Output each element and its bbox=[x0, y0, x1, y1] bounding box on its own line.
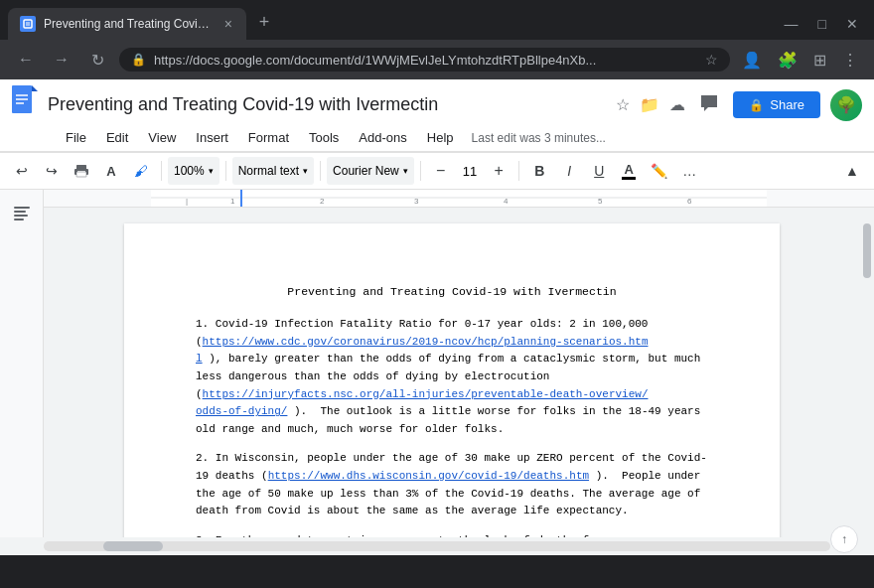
heading-text: Preventing and Treating Covid-19 with Iv… bbox=[287, 285, 616, 298]
tab-title: Preventing and Treating Covid-... bbox=[44, 17, 215, 31]
share-button[interactable]: 🔒 Share bbox=[733, 91, 820, 118]
bold-button[interactable]: B bbox=[525, 157, 553, 185]
ruler-inner: | 1 2 3 4 5 6 bbox=[151, 190, 767, 207]
link-nsc[interactable]: https://injuryfacts.nsc.org/all-injuries… bbox=[196, 388, 648, 418]
doc-controls: ↑ bbox=[830, 525, 858, 553]
tab-close-button[interactable]: × bbox=[222, 14, 234, 34]
doc-content-area: | 1 2 3 4 5 6 Preventing and Treating Co… bbox=[44, 190, 874, 537]
toolbar-divider-5 bbox=[518, 161, 519, 181]
menu-edit[interactable]: Edit bbox=[96, 126, 138, 149]
svg-text:3: 3 bbox=[414, 197, 419, 206]
format-toolbar: ↩ ↪ A 🖌 100% ▾ Normal text ▾ Courier New… bbox=[0, 152, 874, 190]
paragraph-2: 2. In Wisconsin, people under the age of… bbox=[196, 450, 708, 519]
cloud-icon[interactable]: ☁ bbox=[669, 95, 685, 114]
doc-title[interactable]: Preventing and Treating Covid-19 with Iv… bbox=[48, 94, 606, 115]
active-tab[interactable]: Preventing and Treating Covid-... × bbox=[8, 8, 246, 40]
menu-icon[interactable]: ⋮ bbox=[838, 47, 862, 74]
docs-icon bbox=[12, 85, 38, 124]
docs-app: Preventing and Treating Covid-19 with Iv… bbox=[0, 79, 874, 190]
spellcheck-label: A bbox=[106, 164, 115, 179]
svg-text:6: 6 bbox=[687, 197, 692, 206]
forward-button[interactable]: → bbox=[48, 46, 75, 74]
toolbar-divider-2 bbox=[225, 161, 226, 181]
svg-text:4: 4 bbox=[504, 197, 509, 206]
back-button[interactable]: ← bbox=[12, 46, 40, 74]
svg-marker-4 bbox=[32, 85, 38, 91]
close-window-button[interactable]: ✕ bbox=[846, 16, 858, 32]
star-icon[interactable]: ☆ bbox=[616, 95, 630, 114]
spellcheck-button[interactable]: A bbox=[97, 157, 125, 185]
toolbar-divider-1 bbox=[161, 161, 162, 181]
bottom-bar: ↑ bbox=[0, 537, 874, 555]
horizontal-scrollbar-thumb[interactable] bbox=[103, 541, 163, 551]
font-selector[interactable]: Courier New ▾ bbox=[327, 157, 414, 185]
address-bar[interactable]: 🔒 https://docs.google.com/document/d/1WW… bbox=[119, 48, 730, 72]
svg-text:2: 2 bbox=[320, 197, 325, 206]
more-options-button[interactable]: … bbox=[675, 157, 703, 185]
refresh-button[interactable]: ↻ bbox=[83, 46, 111, 74]
font-size-minus-button[interactable]: − bbox=[427, 157, 455, 185]
svg-rect-12 bbox=[76, 172, 86, 177]
lock-icon: 🔒 bbox=[131, 53, 146, 67]
svg-text:1: 1 bbox=[230, 197, 235, 206]
minimize-button[interactable]: — bbox=[785, 16, 799, 32]
outline-icon[interactable] bbox=[8, 200, 36, 232]
scrollbar-thumb[interactable] bbox=[863, 223, 871, 278]
doc-scroll[interactable]: Preventing and Treating Covid-19 with Iv… bbox=[44, 208, 860, 537]
browser-chrome: Preventing and Treating Covid-... × + — … bbox=[0, 0, 874, 79]
vertical-scrollbar[interactable] bbox=[860, 208, 874, 537]
menu-bar: File Edit View Insert Format Tools Add-o… bbox=[0, 124, 874, 152]
new-tab-button[interactable]: + bbox=[250, 8, 278, 36]
collapse-button[interactable]: ▲ bbox=[838, 157, 866, 185]
split-view-icon[interactable]: ⊞ bbox=[809, 47, 830, 74]
link-cdc[interactable]: https://www.cdc.gov/coronavirus/2019-nco… bbox=[196, 336, 648, 366]
menu-insert[interactable]: Insert bbox=[186, 126, 238, 149]
print-button[interactable] bbox=[68, 157, 95, 185]
style-arrow: ▾ bbox=[303, 166, 308, 176]
extensions-icon[interactable]: 🧩 bbox=[774, 47, 801, 74]
font-size-control: − 11 + bbox=[427, 157, 512, 185]
underline-button[interactable]: U bbox=[585, 157, 613, 185]
undo-button[interactable]: ↩ bbox=[8, 157, 36, 185]
zoom-value: 100% bbox=[174, 164, 205, 178]
avatar[interactable]: 🌳 bbox=[830, 89, 862, 121]
link-dhs[interactable]: https://www.dhs.wisconsin.gov/covid-19/d… bbox=[268, 470, 589, 482]
font-value: Courier New bbox=[333, 164, 399, 178]
svg-rect-13 bbox=[14, 207, 30, 209]
last-edit-text: Last edit was 3 minutes... bbox=[472, 131, 606, 145]
zoom-selector[interactable]: 100% ▾ bbox=[168, 157, 219, 185]
menu-help[interactable]: Help bbox=[417, 126, 464, 149]
redo-button[interactable]: ↪ bbox=[38, 157, 66, 185]
comments-button[interactable] bbox=[695, 89, 723, 120]
font-size-plus-button[interactable]: + bbox=[485, 157, 512, 185]
toolbar-divider-3 bbox=[320, 161, 321, 181]
toolbar-divider-4 bbox=[420, 161, 421, 181]
svg-rect-15 bbox=[14, 215, 28, 217]
profile-icon[interactable]: 👤 bbox=[738, 47, 766, 74]
font-color-label: A bbox=[625, 162, 634, 177]
menu-view[interactable]: View bbox=[138, 126, 186, 149]
doc-page: Preventing and Treating Covid-19 with Iv… bbox=[124, 223, 780, 537]
menu-addons[interactable]: Add-ons bbox=[349, 126, 416, 149]
menu-format[interactable]: Format bbox=[238, 126, 299, 149]
share-label: Share bbox=[770, 97, 804, 112]
bookmark-icon[interactable]: ☆ bbox=[705, 52, 718, 68]
svg-text:|: | bbox=[186, 197, 188, 206]
paragraph-1: 1. Covid-19 Infection Fatality Ratio for… bbox=[196, 316, 708, 438]
italic-button[interactable]: I bbox=[555, 157, 583, 185]
jump-to-top-button[interactable]: ↑ bbox=[830, 525, 858, 553]
font-color-button[interactable]: A bbox=[615, 157, 643, 185]
menu-tools[interactable]: Tools bbox=[299, 126, 349, 149]
paint-format-button[interactable]: 🖌 bbox=[127, 157, 155, 185]
doc-title-row: Preventing and Treating Covid-19 with Iv… bbox=[0, 79, 874, 124]
highlight-button[interactable]: ✏️ bbox=[645, 157, 673, 185]
maximize-button[interactable]: □ bbox=[818, 16, 826, 32]
ruler: | 1 2 3 4 5 6 bbox=[44, 190, 874, 208]
style-selector[interactable]: Normal text ▾ bbox=[232, 157, 314, 185]
doc-area: | 1 2 3 4 5 6 Preventing and Treating Co… bbox=[0, 190, 874, 537]
move-to-icon[interactable]: 📁 bbox=[640, 95, 659, 114]
menu-file[interactable]: File bbox=[56, 126, 96, 149]
address-text: https://docs.google.com/document/d/1WWjM… bbox=[154, 53, 697, 68]
lock-share-icon: 🔒 bbox=[749, 98, 764, 112]
horizontal-scrollbar-track[interactable] bbox=[44, 541, 830, 551]
